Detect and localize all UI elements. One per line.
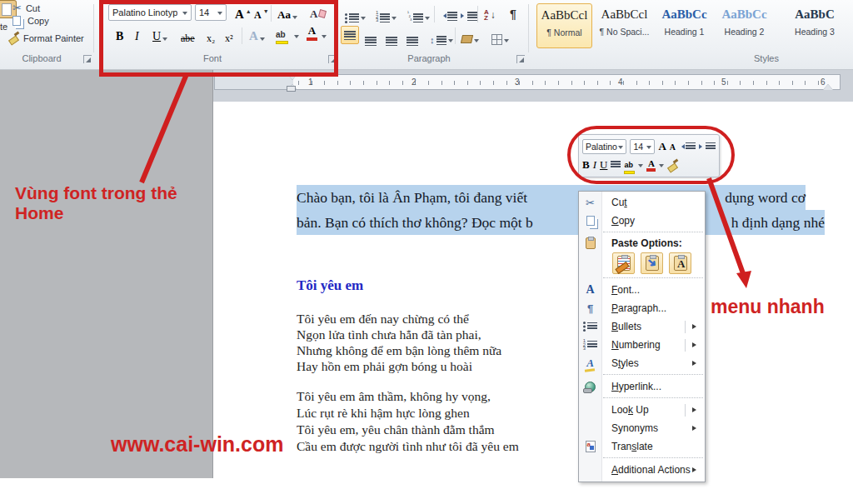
- ruler-number: 1: [308, 77, 313, 87]
- cut-label: Cut: [26, 3, 40, 13]
- paste-keep-source-formatting-button[interactable]: [612, 252, 635, 274]
- multilevel-list-button[interactable]: ¹ ² ³: [406, 5, 431, 23]
- menu-item-synonyms[interactable]: Synonyms: [579, 419, 705, 437]
- line-spacing-icon: ↕: [430, 35, 435, 45]
- ruler-number: 3: [515, 77, 520, 87]
- paste-label-fragment[interactable]: te: [0, 22, 7, 32]
- align-right-button[interactable]: [384, 28, 399, 47]
- paragraph-dialog-icon: ¶: [587, 302, 593, 315]
- menu-item-numbering[interactable]: 123 Numbering: [579, 336, 705, 354]
- poem-line: Tôi yêu em đến nay chừng có thể: [297, 312, 469, 327]
- translate-icon: [586, 441, 596, 452]
- cut-button[interactable]: ✂ Cut: [12, 2, 40, 14]
- align-right-icon: [386, 37, 397, 46]
- chevron-down-icon: [448, 39, 453, 45]
- style-chip-heading2[interactable]: AaBbCc Heading 2: [716, 3, 772, 48]
- decrease-indent-button[interactable]: [439, 7, 459, 25]
- menu-item-hyperlink[interactable]: Hyperlink...: [579, 377, 705, 396]
- decrease-indent-icon: [441, 13, 446, 18]
- hyperlink-globe-icon: [585, 382, 596, 392]
- menu-item-look-up[interactable]: Look Up: [579, 401, 705, 419]
- format-painter-label: Format Painter: [23, 33, 84, 43]
- poem-line: Tôi yêu em, yêu chân thành đằm thắm: [297, 422, 495, 437]
- bullets-icon: [345, 13, 347, 16]
- bullets-icon: [583, 322, 586, 324]
- paste-keep-text-only-button[interactable]: A: [669, 252, 691, 274]
- pilcrow-icon: ¶: [510, 7, 516, 21]
- desktop-background: [0, 70, 213, 478]
- copy-icon: [12, 16, 21, 26]
- paste-options-row: ➜ A: [579, 251, 705, 276]
- sort-icon: AZ: [484, 9, 489, 21]
- ruler-number: 5: [721, 77, 726, 87]
- context-menu: ✂ Cut Copy Paste Options: ➜ A A Font... …: [578, 191, 706, 482]
- chevron-down-icon: [392, 17, 397, 22]
- menu-item-additional-actions[interactable]: Additional Actions: [579, 461, 705, 479]
- copy-button[interactable]: Copy: [12, 16, 49, 26]
- clipboard-dialog-launcher[interactable]: [83, 55, 92, 63]
- chevron-down-icon: [474, 39, 479, 45]
- format-painter-button[interactable]: Format Painter: [8, 32, 84, 43]
- clipboard-icon: [586, 237, 596, 249]
- watermark: www.cai-win.com: [111, 432, 283, 457]
- ruler-number: 4: [618, 77, 623, 87]
- chevron-down-icon: [504, 39, 509, 45]
- align-center-button[interactable]: [363, 28, 378, 47]
- scissors-icon: ✂: [586, 197, 595, 209]
- menu-item-styles[interactable]: A Styles: [579, 354, 705, 372]
- menu-item-font[interactable]: A Font...: [579, 281, 705, 299]
- font-dialog-icon: A: [586, 283, 594, 297]
- style-chip-no-spacing[interactable]: AaBbCcl ¶ No Spaci...: [596, 3, 652, 48]
- annotation-quick-menu-label: menu nhanh: [711, 296, 825, 318]
- menu-item-paragraph[interactable]: ¶ Paragraph...: [579, 299, 705, 317]
- show-formatting-button[interactable]: ¶: [508, 3, 518, 22]
- submenu-arrow-icon: [692, 467, 699, 472]
- align-left-icon: [344, 31, 356, 40]
- style-chip-heading1[interactable]: AaBbCc Heading 1: [656, 3, 712, 48]
- right-indent-marker[interactable]: [823, 79, 833, 90]
- keep-text-icon: A: [677, 257, 685, 271]
- submenu-arrow-icon: [692, 342, 699, 347]
- bullets-button[interactable]: [343, 5, 367, 23]
- submenu-arrow-icon: [692, 361, 699, 366]
- selected-text-line2: bản. Bạn có thích thơ không? Đọc một b h…: [297, 210, 825, 235]
- clipboard-group-label: Clipboard: [5, 53, 78, 63]
- sort-button[interactable]: AZ ↓: [482, 3, 497, 22]
- selected-text-line1: Chào bạn, tôi là Ân Phạm, tôi đang viết …: [297, 185, 806, 210]
- annotation-mini-toolbar-oval: [567, 126, 735, 184]
- multilevel-list-icon: ¹ ² ³: [407, 11, 412, 22]
- chevron-down-icon: [425, 17, 430, 22]
- paste-merge-formatting-button[interactable]: ➜: [641, 252, 663, 274]
- format-painter-icon: [8, 32, 19, 43]
- menu-item-translate[interactable]: Translate: [579, 437, 705, 456]
- align-left-button[interactable]: [341, 26, 359, 44]
- poem-line: Lúc rụt rè khi hậm hực lòng ghen: [297, 406, 470, 421]
- annotation-font-group-box: [99, 0, 338, 77]
- menu-item-cut[interactable]: ✂ Cut: [579, 193, 705, 212]
- poem-line: Hay hồn em phải gợn bóng u hoài: [297, 359, 472, 374]
- numbering-button[interactable]: 123: [374, 5, 398, 23]
- borders-button[interactable]: [490, 27, 511, 46]
- style-chip-heading3[interactable]: AaBbC Heading 3: [776, 3, 853, 48]
- justify-icon: [407, 37, 418, 46]
- scissors-icon: ✂: [12, 2, 22, 14]
- paragraph-dialog-launcher[interactable]: [516, 55, 525, 63]
- menu-paste-options-label: Paste Options:: [579, 235, 705, 251]
- left-indent-marker[interactable]: [287, 86, 296, 92]
- numbering-icon: 123: [376, 11, 378, 22]
- borders-icon: [491, 34, 502, 45]
- line-spacing-button[interactable]: ↕: [428, 27, 455, 46]
- menu-item-bullets[interactable]: Bullets: [579, 317, 705, 336]
- paragraph-group-label: Paragraph: [379, 53, 479, 63]
- menu-item-copy[interactable]: Copy: [579, 212, 705, 230]
- submenu-arrow-icon: [692, 426, 699, 431]
- increase-indent-button[interactable]: [459, 7, 479, 25]
- annotation-font-region-label: Vùng font trong thẻ Home: [15, 183, 182, 223]
- poem-line: Cầu em được người tình như tôi đã yêu em: [297, 439, 519, 454]
- style-chip-normal[interactable]: AaBbCcl ¶ Normal: [536, 3, 592, 48]
- justify-button[interactable]: [405, 28, 420, 47]
- increase-indent-icon: [461, 13, 466, 18]
- align-center-icon: [365, 37, 377, 46]
- styles-icon: A: [586, 357, 594, 370]
- shading-button[interactable]: [460, 27, 481, 46]
